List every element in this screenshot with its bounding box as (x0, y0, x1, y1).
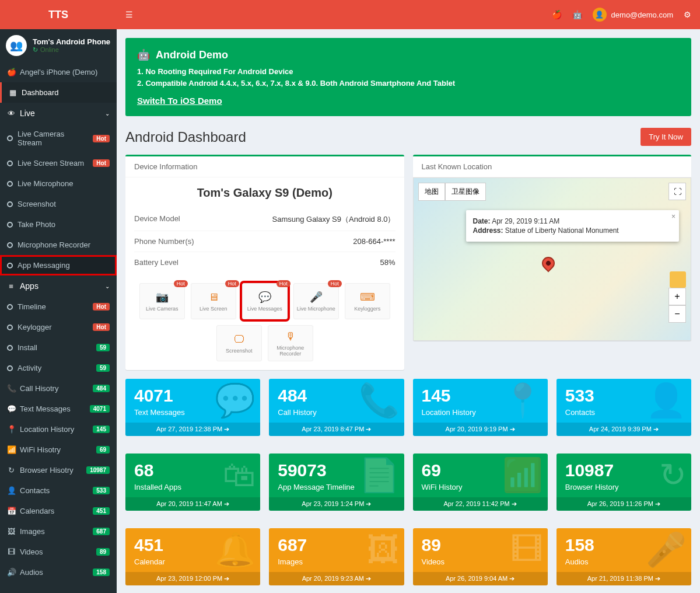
stat-box[interactable]: 145Location History 📍 Apr 20, 2019 9:19 … (413, 379, 548, 436)
switch-demo-link[interactable]: Switch To iOS Demo (137, 96, 222, 106)
zoom-out-button[interactable]: − (668, 305, 686, 323)
quick-tile[interactable]: Hot📷Live Cameras (139, 283, 185, 319)
sidebar-label: Keylogger (18, 323, 52, 332)
stat-footer[interactable]: Apr 23, 2019 1:24 PM (269, 497, 404, 511)
info-label: Battery Level (134, 258, 178, 267)
map[interactable]: 地图 卫星图像 ⛶ + − × Date: Apr 29, 2 (413, 177, 692, 341)
hamburger-icon[interactable]: ☰ (125, 10, 133, 19)
sidebar-item[interactable]: KeyloggerHot (0, 317, 117, 337)
badge: Hot (93, 135, 110, 142)
sidebar-item[interactable]: Screenshot (0, 194, 117, 214)
sidebar-item[interactable]: TimelineHot (0, 296, 117, 317)
quick-tile[interactable]: 🖵Screenshot (216, 325, 262, 361)
tile-icon: 💬 (258, 291, 271, 304)
close-icon[interactable]: × (671, 212, 676, 221)
sidebar-item[interactable]: 📍Location History145 (0, 419, 117, 439)
sidebar-item[interactable]: Install59 (0, 337, 117, 358)
badge: 484 (93, 385, 110, 392)
try-it-button[interactable]: Try It Now (640, 128, 691, 146)
apple-icon[interactable]: 🍎 (552, 10, 562, 19)
quick-tile[interactable]: Hot🎤Live Microphone (293, 283, 339, 319)
map-box: Last Known Location 地图 卫星图像 ⛶ + − (413, 155, 692, 341)
sidebar-item[interactable]: Live Microphone (0, 173, 117, 194)
sidebar-item[interactable]: 🎞Videos89 (0, 542, 117, 562)
quick-tile[interactable]: Hot💬Live Messages (242, 283, 288, 319)
stat-box[interactable]: 533Contacts 👤 Apr 24, 2019 9:39 PM (556, 379, 691, 436)
stat-box[interactable]: 687Images 🖼 Apr 20, 2019 9:23 AM (269, 528, 404, 585)
user-email: demo@demo.com (611, 11, 673, 19)
stat-footer[interactable]: Apr 26, 2019 9:04 AM (413, 572, 548, 585)
sidebar-item[interactable]: 📅Calendars451 (0, 501, 117, 521)
nav-icon: ↻ (7, 466, 15, 475)
stat-footer[interactable]: Apr 23, 2019 8:47 PM (269, 423, 404, 436)
quick-tile[interactable]: Hot🖥Live Screen (191, 283, 236, 319)
sidebar-label: Screenshot (18, 200, 56, 208)
stat-box[interactable]: 484Call History 📞 Apr 23, 2019 8:47 PM (269, 379, 404, 436)
sidebar-item[interactable]: Activity59 (0, 358, 117, 378)
sidebar-item[interactable]: Microphone Recorder (0, 235, 117, 255)
device-title: Tom's Galaxy S9 (Demo) (134, 186, 396, 200)
tile-label: Live Cameras (146, 306, 178, 312)
stat-box[interactable]: 451Calendar 🔔 Apr 23, 2019 12:00 PM (125, 528, 260, 585)
sidebar-item[interactable]: 🔊Audios158 (0, 562, 117, 582)
stat-box[interactable]: 89Videos 🎞 Apr 26, 2019 9:04 AM (413, 528, 548, 585)
sidebar-item[interactable]: App Messaging (0, 255, 117, 275)
sidebar-item[interactable]: Live Screen StreamHot (0, 153, 117, 173)
badge: Hot (93, 159, 110, 167)
sidebar-label: Audios (20, 568, 43, 577)
stat-footer[interactable]: Apr 20, 2019 9:23 AM (269, 572, 404, 585)
callout-title: Android Demo (156, 49, 228, 61)
stat-box[interactable]: 4071Text Messages 💬 Apr 27, 2019 12:38 P… (125, 379, 260, 436)
circle-icon (7, 345, 13, 351)
settings-icon[interactable]: ⚙ (684, 10, 691, 19)
quick-tile[interactable]: ⌨Keyloggers (345, 283, 390, 319)
sidebar-item[interactable]: 👤Contacts533 (0, 480, 117, 501)
quick-tile[interactable]: 🎙Microphone Recorder (268, 325, 313, 361)
map-satellite-button[interactable]: 卫星图像 (445, 183, 486, 201)
stat-footer[interactable]: Apr 20, 2019 11:47 AM (125, 497, 260, 511)
badge: 10987 (86, 466, 110, 474)
stat-box[interactable]: 10987Browser History ↻ Apr 26, 2019 11:2… (556, 454, 691, 511)
sidebar-header-apps[interactable]: ≡Apps⌄ (0, 275, 117, 296)
pegman-icon[interactable] (670, 271, 686, 288)
sidebar-item-dashboard[interactable]: ▦Dashboard (0, 82, 117, 103)
nav-icon: 📍 (7, 425, 15, 434)
stat-footer[interactable]: Apr 23, 2019 12:00 PM (125, 572, 260, 585)
stat-box[interactable]: 69WiFi History 📶 Apr 22, 2019 11:42 PM (413, 454, 548, 511)
sidebar-item[interactable]: 🖼Images687 (0, 521, 117, 542)
stat-footer[interactable]: Apr 24, 2019 9:39 PM (556, 423, 691, 436)
stat-footer[interactable]: Apr 22, 2019 11:42 PM (413, 497, 548, 511)
badge: 533 (93, 487, 110, 494)
sidebar-item[interactable]: ↻Browser Hisotry10987 (0, 460, 117, 480)
circle-icon (7, 304, 13, 310)
stat-box[interactable]: 59073App Message Timeline 📄 Apr 23, 2019… (269, 454, 404, 511)
sidebar-label: WiFi Hisotry (20, 445, 61, 454)
demo-callout: 🤖Android Demo 1. No Rooting Required For… (125, 38, 691, 116)
sidebar-header-live[interactable]: 👁Live⌄ (0, 103, 117, 124)
zoom-in-button[interactable]: + (668, 288, 686, 305)
brand-logo[interactable]: TTS (0, 0, 117, 29)
stat-footer[interactable]: Apr 26, 2019 11:26 PM (556, 497, 691, 511)
stat-footer[interactable]: Apr 27, 2019 12:38 PM (125, 423, 260, 436)
stat-box[interactable]: 68Installed Apps 🛍 Apr 20, 2019 11:47 AM (125, 454, 260, 511)
sidebar-label: Dashboard (22, 88, 59, 97)
sidebar-item[interactable]: Live Cameras StreamHot (0, 124, 117, 153)
stat-box[interactable]: 158Audios 🎤 Apr 21, 2019 11:38 PM (556, 528, 691, 585)
stat-footer[interactable]: Apr 21, 2019 11:38 PM (556, 572, 691, 585)
sidebar-label: Timeline (18, 302, 46, 311)
android-icon[interactable]: 🤖 (572, 10, 582, 19)
sidebar-item[interactable]: 📞Call Hisotry484 (0, 378, 117, 399)
topbar-user[interactable]: 👤 demo@demo.com (593, 8, 673, 22)
stat-footer[interactable]: Apr 20, 2019 9:19 PM (413, 423, 548, 436)
badge: 59 (96, 364, 110, 372)
sidebar-item-demo-iphone[interactable]: 🍎Angel's iPhone (Demo) (0, 62, 117, 82)
tile-icon: 🖵 (234, 333, 244, 346)
info-label: Device Model (134, 214, 180, 225)
circle-icon (7, 325, 13, 330)
sidebar-item[interactable]: Take Photo (0, 214, 117, 235)
sidebar-label: Live Cameras Stream (18, 130, 88, 147)
map-type-button[interactable]: 地图 (418, 183, 445, 201)
fullscreen-icon[interactable]: ⛶ (668, 183, 686, 200)
sidebar-item[interactable]: 📶WiFi Hisotry69 (0, 439, 117, 460)
sidebar-item[interactable]: 💬Text Messages4071 (0, 399, 117, 419)
